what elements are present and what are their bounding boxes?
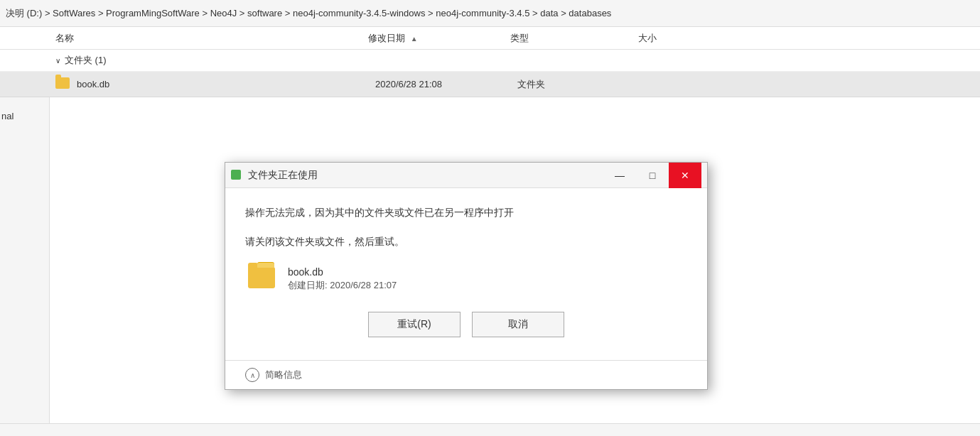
dialog-file-meta: book.db 创建日期: 2020/6/28 21:07 — [288, 266, 397, 292]
modal-overlay: 文件夹正在使用 — □ ✕ 操作无法完成，因为其中的文件夹或文件已在另一程序中打… — [0, 0, 980, 436]
dialog-file-info: book.db 创建日期: 2020/6/28 21:07 — [245, 266, 687, 292]
green-square-icon — [231, 170, 241, 180]
dialog-title-icon — [231, 170, 242, 181]
minimize-button[interactable]: — — [603, 163, 636, 188]
modal-dialog: 文件夹正在使用 — □ ✕ 操作无法完成，因为其中的文件夹或文件已在另一程序中打… — [225, 162, 708, 390]
dialog-buttons: 重试(R) 取消 — [245, 312, 687, 337]
brief-info-label: 简略信息 — [265, 369, 302, 381]
dialog-message-1: 操作无法完成，因为其中的文件夹或文件已在另一程序中打开 — [245, 205, 687, 220]
dialog-message-2: 请关闭该文件夹或文件，然后重试。 — [245, 234, 687, 249]
dialog-titlebar: 文件夹正在使用 — □ ✕ — [225, 163, 707, 188]
dialog-folder-icon — [248, 267, 276, 291]
dialog-folder-shape — [248, 267, 275, 288]
maximize-button[interactable]: □ — [636, 163, 669, 188]
close-button[interactable]: ✕ — [669, 163, 701, 188]
brief-info-toggle[interactable]: ∧ — [245, 368, 259, 382]
dialog-file-name: book.db — [288, 266, 397, 278]
dialog-footer: ∧ 简略信息 — [225, 360, 707, 389]
retry-button[interactable]: 重试(R) — [368, 312, 461, 337]
dialog-file-created: 创建日期: 2020/6/28 21:07 — [288, 279, 397, 292]
titlebar-controls: — □ ✕ — [603, 163, 701, 188]
dialog-title-text: 文件夹正在使用 — [248, 169, 603, 182]
cancel-button[interactable]: 取消 — [472, 312, 564, 337]
dialog-body: 操作无法完成，因为其中的文件夹或文件已在另一程序中打开 请关闭该文件夹或文件，然… — [225, 188, 707, 360]
